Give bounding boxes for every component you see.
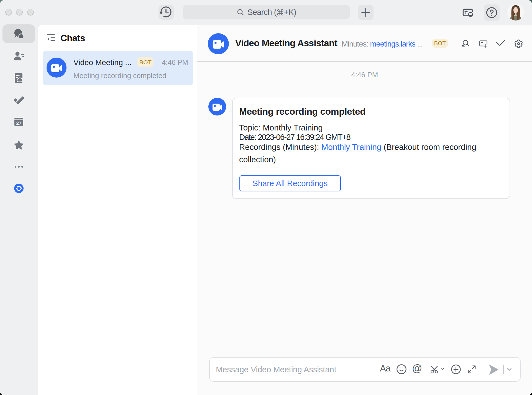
svg-text:27: 27: [16, 121, 22, 126]
